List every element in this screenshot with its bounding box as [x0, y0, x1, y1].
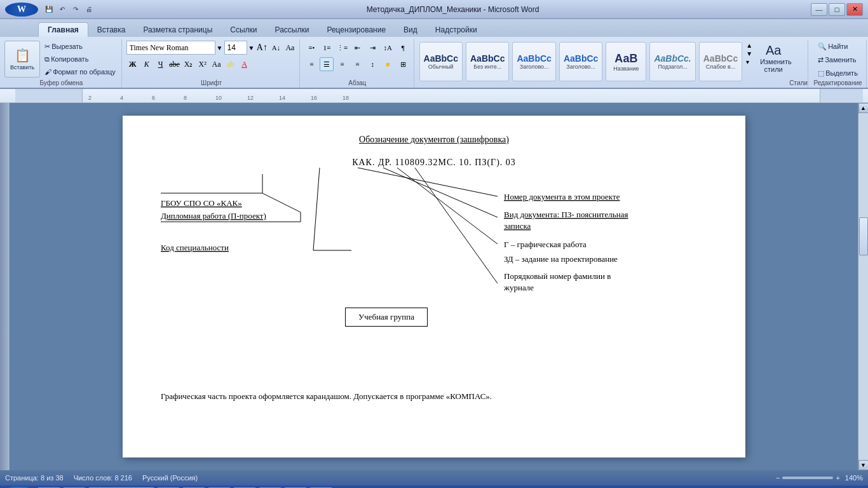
zoom-out-button[interactable]: −: [776, 474, 780, 482]
style-no-spacing[interactable]: AaBbCc Без инте...: [466, 42, 509, 81]
paragraph-group: ≡• 1≡ ⋮≡ ⇤ ⇥ ↕A ¶ ≡ ☰ ≡ ≡ ↕ ■ ⊞: [301, 39, 414, 88]
tab-references[interactable]: Ссылки: [221, 23, 266, 37]
styles-scroll-controls: ▲ ▼ ▾: [743, 41, 755, 67]
text-case-button[interactable]: Aa: [210, 58, 223, 71]
font-format-row: Ж К Ч abe X₂ X² Aa ab A: [126, 58, 251, 71]
ruler-mark-2: 2: [88, 95, 92, 101]
para-row-1: ≡• 1≡ ⋮≡ ⇤ ⇥ ↕A ¶: [304, 41, 410, 55]
align-left-button[interactable]: ≡: [304, 57, 318, 71]
redo-qa-button[interactable]: ↷: [70, 4, 81, 15]
shrink-font-button[interactable]: A↓: [269, 41, 282, 54]
paste-icon: 📋: [15, 48, 31, 63]
clear-format-button[interactable]: Aa: [283, 41, 296, 54]
font-size-dropdown-icon[interactable]: ▼: [248, 44, 255, 51]
subscript-button[interactable]: X₂: [182, 58, 195, 71]
tab-addins[interactable]: Надстройки: [426, 23, 486, 37]
print-qa-button[interactable]: 🖨: [83, 4, 95, 15]
sort-button[interactable]: ↕A: [381, 41, 395, 55]
grow-font-button[interactable]: A↑: [255, 41, 268, 54]
styles-more-button[interactable]: ▾: [746, 58, 752, 65]
styles-scroll-up[interactable]: ▲: [746, 42, 752, 49]
scroll-thumb[interactable]: [859, 217, 868, 255]
font-group-label: Шрифт: [201, 79, 222, 88]
multilevel-list-button[interactable]: ⋮≡: [335, 41, 349, 55]
replace-button[interactable]: ⇄ Заменить: [815, 54, 858, 65]
format-painter-button[interactable]: 🖌 Формат по образцу: [42, 66, 118, 78]
align-center-button[interactable]: ☰: [320, 57, 334, 71]
tab-mailings[interactable]: Рассылки: [266, 23, 318, 37]
scroll-up-button[interactable]: ▲: [858, 103, 869, 113]
numbering-button[interactable]: 1≡: [320, 41, 334, 55]
zoom-controls: − + 140%: [776, 474, 863, 482]
zoom-in-button[interactable]: +: [836, 474, 839, 482]
align-right-button[interactable]: ≡: [335, 57, 349, 71]
group-box-container: Учебная группа: [345, 308, 428, 327]
find-button[interactable]: 🔍 Найти: [815, 41, 850, 52]
scroll-down-button[interactable]: ▼: [858, 460, 869, 470]
ruler-mark-12: 12: [247, 95, 254, 101]
ruler-mark-10: 10: [215, 95, 222, 101]
tab-home[interactable]: Главная: [38, 22, 88, 37]
style-h2[interactable]: AaBbCc Заголово...: [559, 42, 602, 81]
line-graphic: [397, 168, 498, 244]
strikethrough-button[interactable]: abe: [168, 58, 181, 71]
paste-button[interactable]: 📋 Вставить: [4, 41, 40, 78]
close-button[interactable]: ✕: [846, 3, 863, 16]
font-color-button[interactable]: A: [238, 58, 251, 71]
ruler: 2 4 6 8 10 12 14 16 18: [0, 89, 868, 103]
label-order-1: Порядковый номер фамилии в: [504, 271, 611, 281]
tab-view[interactable]: Вид: [395, 23, 426, 37]
italic-button[interactable]: К: [140, 58, 153, 71]
style-normal-label: Обычный: [428, 64, 454, 70]
maximize-button[interactable]: □: [829, 3, 845, 16]
tab-insert[interactable]: Вставка: [88, 23, 135, 37]
shading-button[interactable]: ■: [381, 57, 395, 71]
bullets-button[interactable]: ≡•: [304, 41, 318, 55]
undo-qa-button[interactable]: ↶: [57, 4, 68, 15]
left-ruler: [0, 103, 10, 470]
style-subtitle[interactable]: AaBbCc. Подзагол...: [649, 42, 695, 81]
titlebar: W 💾 ↶ ↷ 🖨 Методичка_ДИПЛОМ_Механики - Mi…: [0, 0, 868, 19]
tab-review[interactable]: Рецензирование: [318, 23, 395, 37]
select-button[interactable]: ⬚ Выделить: [815, 67, 860, 79]
style-subtle-em[interactable]: AaBbCc Слабое в...: [699, 42, 742, 81]
scroll-track[interactable]: [858, 113, 868, 460]
quick-access-toolbar: 💾 ↶ ↷ 🖨: [43, 4, 95, 15]
ruler-mark-14: 14: [279, 95, 285, 101]
document-area[interactable]: Обозначение документов (зашифровка) КАК.…: [10, 103, 858, 470]
bold-button[interactable]: Ж: [126, 58, 139, 71]
tab-page-layout[interactable]: Разметка страницы: [134, 23, 221, 37]
increase-indent-button[interactable]: ⇥: [365, 41, 379, 55]
show-formatting-button[interactable]: ¶: [396, 41, 410, 55]
ruler-left-margin: [15, 89, 83, 102]
superscript-button[interactable]: X²: [196, 58, 209, 71]
highlight-color-button[interactable]: ab: [224, 58, 237, 71]
border-button[interactable]: ⊞: [396, 57, 410, 71]
vertical-scrollbar[interactable]: ▲ ▼: [858, 103, 868, 470]
office-button[interactable]: W: [5, 3, 38, 17]
style-h1[interactable]: AaBbCc Заголово...: [512, 42, 555, 81]
zoom-slider[interactable]: [782, 477, 833, 479]
change-styles-button[interactable]: Aa Изменить стили: [757, 41, 789, 76]
line-spacing-button[interactable]: ↕: [365, 57, 379, 71]
font-name-dropdown-icon[interactable]: ▼: [217, 44, 223, 51]
font-name-input[interactable]: [126, 41, 215, 55]
copy-button[interactable]: ⧉ Копировать: [42, 53, 118, 65]
save-qa-button[interactable]: 💾: [43, 4, 55, 15]
justify-button[interactable]: ≡: [350, 57, 364, 71]
editing-group-content: 🔍 Найти ⇄ Заменить ⬚ Выделить: [815, 41, 860, 79]
style-title[interactable]: АаВ Название: [606, 42, 646, 81]
label-specialty: Код специальности: [161, 243, 229, 252]
style-normal[interactable]: AaBbCc Обычный: [419, 42, 463, 81]
editing-group: 🔍 Найти ⇄ Заменить ⬚ Выделить Редактиров…: [810, 39, 867, 88]
underline-button[interactable]: Ч: [154, 58, 167, 71]
font-size-input[interactable]: [224, 41, 247, 55]
label-diploma: Дипломная работа (П-проект): [161, 211, 266, 220]
line-order: [415, 168, 498, 283]
cut-button[interactable]: ✂ Вырезать: [42, 41, 118, 52]
minimize-button[interactable]: —: [811, 3, 827, 16]
decrease-indent-button[interactable]: ⇤: [350, 41, 364, 55]
style-subtle-em-preview: AaBbCc: [703, 53, 738, 64]
styles-scroll-down[interactable]: ▼: [746, 50, 752, 57]
ruler-mark-18: 18: [342, 95, 349, 101]
